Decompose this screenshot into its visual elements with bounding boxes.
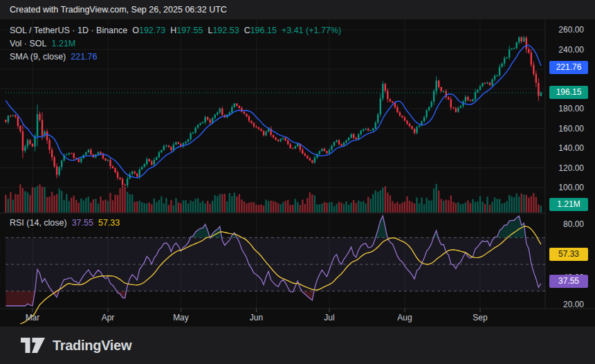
symbol-ohlc-row: SOL / TetherUS · 1D · Binance O192.73 H1… <box>10 25 341 35</box>
price-axis-tick: 100.00 <box>558 183 584 192</box>
footer-bar: TradingView <box>0 327 595 364</box>
main-pane-legend: SOL / TetherUS · 1D · Binance O192.73 H1… <box>10 25 341 64</box>
candlestick-chart[interactable] <box>0 19 595 327</box>
rsi-ma-value-badge: 57.33 <box>549 248 588 261</box>
close-value: 196.15 <box>250 26 277 35</box>
price-axis-tick: 180.00 <box>558 104 584 113</box>
low-value: 192.53 <box>212 26 239 35</box>
price-axis[interactable]: 260.00240.00220.00200.00180.00160.00140.… <box>545 19 595 309</box>
volume-label: Vol · SOL <box>10 39 47 48</box>
tradingview-brand-text[interactable]: TradingView <box>53 338 131 354</box>
sma-label: SMA (9, close) <box>10 52 66 62</box>
high-value: 197.55 <box>176 26 203 35</box>
rsi-pane-legend: RSI (14, close) 37.55 57.33 <box>10 217 120 230</box>
price-axis-tick: 240.00 <box>558 45 584 55</box>
tradingview-snapshot: Created with TradingView.com, Sep 26, 20… <box>0 0 595 364</box>
attribution-bar: Created with TradingView.com, Sep 26, 20… <box>0 0 595 19</box>
low-label: L <box>208 26 212 35</box>
last-price-badge: 196.15 <box>549 86 588 99</box>
time-axis[interactable]: MarAprMayJunJulAugSep <box>0 309 595 327</box>
price-axis-tick: 160.00 <box>558 124 584 134</box>
volume-value: 1.21M <box>52 39 76 48</box>
rsi-value: 37.55 <box>72 218 93 228</box>
close-label: C <box>244 26 250 35</box>
price-axis-tick: 140.00 <box>558 143 584 153</box>
time-axis-label: Apr <box>96 313 120 322</box>
volume-value-badge: 1.21M <box>549 198 588 211</box>
open-label: O <box>132 26 139 35</box>
price-axis-tick: 260.00 <box>558 25 584 35</box>
rsi-row: RSI (14, close) 37.55 57.33 <box>10 217 120 228</box>
rsi-value-badge: 37.55 <box>549 275 588 288</box>
time-axis-label: Aug <box>393 313 416 322</box>
volume-row: Vol · SOL 1.21M <box>10 38 341 48</box>
time-axis-label: Mar <box>21 313 44 322</box>
tradingview-logo-icon[interactable] <box>21 338 46 353</box>
rsi-ma-value: 57.33 <box>98 218 120 228</box>
rsi-label: RSI (14, close) <box>10 218 67 228</box>
sma-value: 221.76 <box>71 52 97 62</box>
time-axis-label: Sep <box>468 313 492 322</box>
attribution-text: Created with TradingView.com, Sep 26, 20… <box>10 5 227 15</box>
rsi-axis-tick: 20.00 <box>563 300 584 309</box>
chart-area: SOL / TetherUS · 1D · Binance O192.73 H1… <box>0 19 595 327</box>
open-value: 192.73 <box>139 26 165 35</box>
change-value: +3.41 (+1.77%) <box>282 26 341 35</box>
high-label: H <box>170 26 176 35</box>
time-axis-label: Jun <box>244 313 268 322</box>
time-axis-label: May <box>169 313 192 322</box>
time-axis-label: Jul <box>318 313 341 322</box>
sma-value-badge: 221.76 <box>549 61 588 74</box>
price-axis-tick: 120.00 <box>558 163 584 173</box>
rsi-axis-tick: 80.00 <box>563 219 584 229</box>
symbol-title: SOL / TetherUS · 1D · Binance <box>10 26 127 35</box>
sma-row: SMA (9, close) 221.76 <box>10 51 341 62</box>
